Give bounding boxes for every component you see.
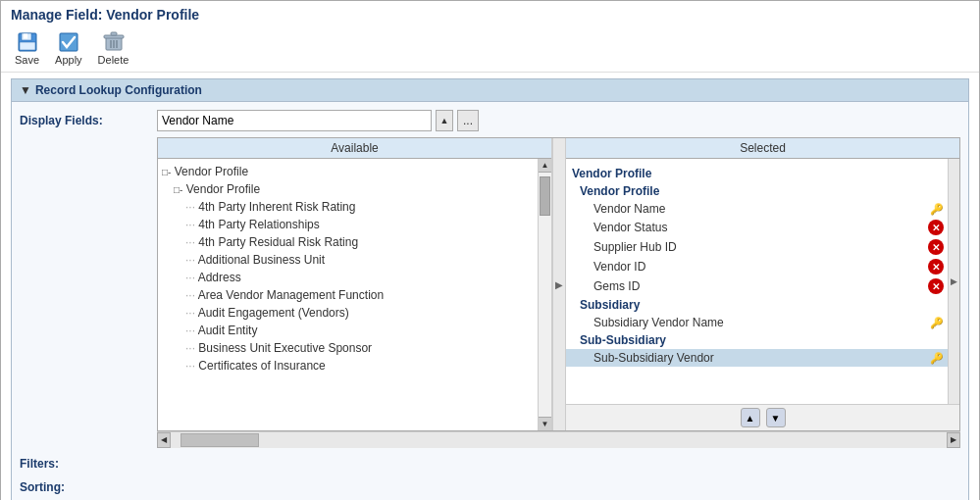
tree-dash: ···	[185, 288, 195, 302]
section-body: Display Fields: ▲ ... Available	[11, 102, 969, 500]
scroll-thumb[interactable]	[540, 176, 550, 216]
bottom-scroll-thumb[interactable]	[181, 433, 259, 447]
tree-item-label: Area Vendor Management Function	[198, 288, 384, 302]
section-collapse-icon[interactable]: ▼	[20, 83, 31, 97]
page-container: Manage Field: Vendor Profile Save Ap	[0, 0, 980, 500]
list-item[interactable]: ··· 4th Party Relationships	[158, 216, 538, 233]
selected-item-supplier-hub[interactable]: Supplier Hub ID ✕	[566, 237, 948, 257]
tree-item-label: Address	[198, 271, 241, 284]
selected-item-sub-subsidiary-vendor[interactable]: Sub-Subsidiary Vendor 🔑	[566, 349, 948, 367]
selected-header: Selected	[566, 138, 959, 159]
display-fields-input-row: ▲ ...	[157, 110, 960, 131]
save-label: Save	[15, 54, 39, 66]
selected-pane: Selected Vendor Profile Vendor Profile	[566, 138, 959, 430]
selected-item-vendor-name[interactable]: Vendor Name 🔑	[566, 200, 948, 218]
list-item[interactable]: ··· 4th Party Inherent Risk Rating	[158, 198, 538, 216]
filters-row: Filters:	[20, 453, 960, 471]
display-fields-label: Display Fields:	[20, 110, 157, 127]
bottom-scroll-left-btn[interactable]: ◀	[157, 432, 171, 448]
tree-dash: ···	[185, 235, 195, 249]
selected-item-label: Vendor Name	[593, 202, 926, 216]
remove-vendor-id-btn[interactable]: ✕	[928, 259, 944, 275]
selected-item-subsidiary-vendor-name[interactable]: Subsidiary Vendor Name 🔑	[566, 314, 948, 331]
selected-item-label: Gems ID	[593, 279, 924, 293]
available-tree: □- Vendor Profile □- Vendor Profile	[158, 159, 538, 430]
list-item[interactable]: ··· 4th Party Residual Risk Rating	[158, 233, 538, 251]
list-item[interactable]: ··· Certificates of Insurance	[158, 357, 538, 375]
selected-item-label: Supplier Hub ID	[593, 240, 924, 254]
tree-item-label: Business Unit Executive Sponsor	[198, 341, 372, 355]
save-button[interactable]: Save	[11, 28, 43, 68]
display-fields-row: Display Fields: ▲ ... Available	[20, 110, 960, 447]
panes-wrapper: Available □- Vendor Profile	[157, 137, 960, 447]
tree-dash: ···	[185, 359, 195, 373]
scroll-up-btn[interactable]: ▲	[539, 159, 551, 173]
available-scrollbar: ▲ ▼	[538, 159, 551, 430]
tree-item-label: Audit Entity	[198, 324, 258, 337]
delete-button[interactable]: Delete	[94, 28, 133, 68]
remove-supplier-hub-btn[interactable]: ✕	[928, 239, 944, 255]
list-item[interactable]: ··· Address	[158, 269, 538, 286]
tree-item-label: Certificates of Insurance	[198, 359, 325, 373]
key-icon: 🔑	[930, 317, 944, 329]
selected-item-vendor-id[interactable]: Vendor ID ✕	[566, 257, 948, 276]
selected-item-label: Vendor ID	[593, 260, 924, 274]
tree-dash: ···	[185, 306, 195, 320]
list-item[interactable]: ··· Additional Business Unit	[158, 251, 538, 269]
display-fields-input[interactable]	[157, 110, 432, 131]
list-item[interactable]: ··· Business Unit Executive Sponsor	[158, 339, 538, 357]
display-scroll-up[interactable]: ▲	[436, 110, 453, 131]
move-up-btn[interactable]: ▲	[741, 408, 760, 427]
selected-root-vendor-profile: Vendor Profile	[566, 163, 948, 182]
selected-section-subsidiary: Subsidiary	[566, 296, 948, 314]
bottom-scroll-right-btn[interactable]: ▶	[947, 432, 960, 448]
svg-rect-7	[111, 32, 117, 35]
tree-dash: ···	[185, 253, 195, 267]
selected-item-label: Sub-Subsidiary Vendor	[593, 351, 926, 365]
selected-right-arrow[interactable]: ▶	[948, 159, 959, 404]
available-content-area: □- Vendor Profile □- Vendor Profile	[158, 159, 551, 430]
tree-item-label: 4th Party Residual Risk Rating	[198, 235, 358, 249]
tree-dash: ···	[185, 271, 195, 284]
list-item[interactable]: ··· Area Vendor Management Function	[158, 286, 538, 304]
bottom-scrollbar: ◀ ▶	[157, 431, 960, 447]
tree-expand-icon: □-	[162, 167, 171, 177]
delete-label: Delete	[98, 54, 129, 66]
scroll-down-btn[interactable]: ▼	[539, 417, 551, 430]
selected-section-vendor-profile: Vendor Profile	[566, 182, 948, 200]
middle-arrow-btn[interactable]: ▶	[552, 138, 566, 430]
list-item[interactable]: ··· Audit Engagement (Vendors)	[158, 304, 538, 322]
selected-item-label: Vendor Status	[593, 221, 924, 234]
key-icon: 🔑	[930, 352, 944, 365]
svg-rect-3	[20, 42, 35, 50]
bottom-scroll-track	[171, 432, 947, 448]
tree-item-label: Audit Engagement (Vendors)	[198, 306, 349, 320]
tree-item-label: Additional Business Unit	[198, 253, 325, 267]
delete-icon	[102, 30, 126, 54]
remove-gems-id-btn[interactable]: ✕	[928, 278, 944, 294]
selected-item-gems-id[interactable]: Gems ID ✕	[566, 276, 948, 296]
selected-item-label: Subsidiary Vendor Name	[593, 316, 926, 329]
tree-item-label: Vendor Profile	[186, 182, 260, 196]
page-title: Manage Field: Vendor Profile	[1, 1, 979, 25]
filters-label: Filters:	[20, 453, 157, 471]
tree-item-vendor-profile-root[interactable]: □- Vendor Profile	[158, 163, 538, 180]
display-ellipsis-btn[interactable]: ...	[457, 110, 479, 131]
selected-section-sub-subsidiary: Sub-Subsidiary	[566, 331, 948, 349]
tree-item-label: Vendor Profile	[175, 165, 248, 178]
scroll-track	[539, 173, 551, 417]
tree-dash: ···	[185, 218, 195, 231]
apply-button[interactable]: Apply	[51, 28, 86, 68]
svg-rect-2	[24, 34, 27, 39]
move-down-btn[interactable]: ▼	[766, 408, 786, 427]
tree-item-vendor-profile-l1[interactable]: □- Vendor Profile	[158, 180, 538, 198]
save-icon	[16, 30, 39, 54]
list-item[interactable]: ··· Audit Entity	[158, 322, 538, 339]
tree-item-label: 4th Party Relationships	[198, 218, 319, 231]
display-fields-content: ▲ ... Available	[157, 110, 960, 447]
available-pane: Available □- Vendor Profile	[158, 138, 552, 430]
remove-vendor-status-btn[interactable]: ✕	[928, 220, 944, 235]
tree-dash: ···	[185, 324, 195, 337]
selected-item-vendor-status[interactable]: Vendor Status ✕	[566, 218, 948, 237]
selected-content-area: Vendor Profile Vendor Profile Vendor Nam…	[566, 159, 959, 404]
